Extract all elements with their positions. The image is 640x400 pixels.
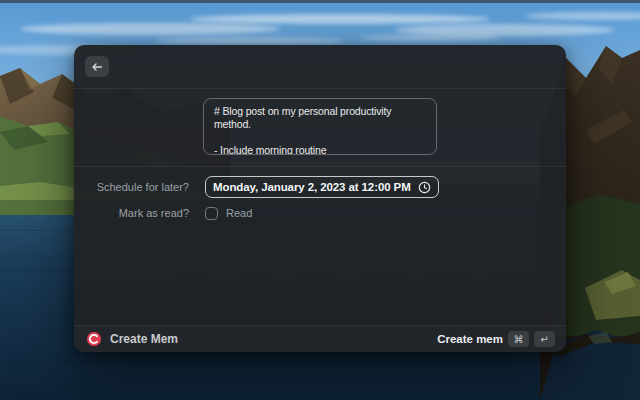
clock-icon[interactable] bbox=[418, 181, 431, 194]
form-section: Schedule for later? Monday, January 2, 2… bbox=[74, 167, 566, 325]
arrow-left-icon bbox=[91, 62, 103, 72]
note-section: # Blog post on my personal productivity … bbox=[74, 89, 566, 167]
mark-read-label: Mark as read? bbox=[74, 207, 189, 219]
mark-read-row: Mark as read? Read bbox=[74, 206, 566, 220]
return-keycap: ↵ bbox=[534, 331, 555, 347]
create-mem-button[interactable]: Create mem bbox=[437, 333, 503, 345]
note-input[interactable]: # Blog post on my personal productivity … bbox=[203, 98, 437, 155]
schedule-date-input[interactable]: Monday, January 2, 2023 at 12:00 PM bbox=[205, 176, 439, 198]
back-button[interactable] bbox=[85, 56, 109, 77]
footer-actions: Create mem ⌘ ↵ bbox=[437, 331, 555, 347]
read-checkbox[interactable] bbox=[205, 207, 218, 220]
mem-logo-icon bbox=[87, 332, 101, 346]
dialog-footer: Create Mem Create mem ⌘ ↵ bbox=[74, 325, 566, 352]
command-keycap: ⌘ bbox=[508, 331, 529, 347]
create-mem-dialog: # Blog post on my personal productivity … bbox=[74, 45, 566, 352]
read-checkbox-label: Read bbox=[226, 207, 252, 219]
footer-app-label: Create Mem bbox=[110, 332, 178, 346]
schedule-row: Schedule for later? Monday, January 2, 2… bbox=[74, 176, 566, 198]
schedule-date-value: Monday, January 2, 2023 at 12:00 PM bbox=[213, 181, 411, 193]
desktop: # Blog post on my personal productivity … bbox=[0, 0, 640, 400]
dialog-header bbox=[74, 45, 566, 89]
schedule-label: Schedule for later? bbox=[74, 181, 189, 193]
